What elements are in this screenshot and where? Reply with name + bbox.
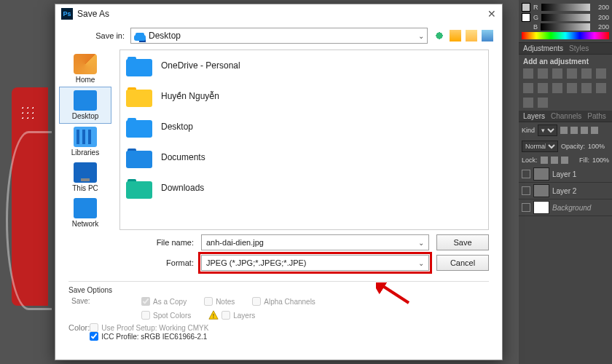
opacity-value[interactable]: 100% [588,143,605,150]
place-network[interactable]: Network [59,195,111,231]
adj-icon[interactable] [596,83,606,93]
tab-layers[interactable]: Layers [523,112,545,120]
adj-icon[interactable] [567,83,577,93]
chevron-down-icon: ⌄ [418,259,424,267]
layer-thumb [533,201,549,214]
folder-item[interactable]: Huyền Nguyễn [120,81,488,111]
background-swatch[interactable] [522,13,530,22]
as-copy-checkbox[interactable]: As a Copy [141,297,187,306]
folder-item[interactable]: Downloads [120,173,488,203]
filename-label: File name: [143,238,194,247]
filter-icon[interactable] [560,127,568,134]
g-slider[interactable] [541,14,590,21]
close-button[interactable]: ✕ [487,8,496,20]
alpha-checkbox: Alpha Channels [252,297,315,306]
adj-icon[interactable] [538,83,548,93]
kind-select[interactable]: ▾ [538,124,557,136]
chevron-down-icon: ⌄ [418,239,424,247]
chevron-down-icon: ⌄ [418,32,424,40]
filename-input[interactable]: anh-dai-dien.jpg ⌄ [201,234,429,250]
visibility-icon[interactable] [522,203,530,212]
tab-styles[interactable]: Styles [569,44,589,52]
place-icon [74,90,97,111]
folder-item[interactable]: OneDrive - Personal [120,50,488,81]
layer-name: Background [552,204,591,212]
visibility-icon[interactable] [522,186,530,195]
lock-icon[interactable] [551,157,558,164]
adj-icon[interactable] [552,68,562,79]
color-section-label: Color: [68,323,90,341]
warning-icon: ! [208,310,219,320]
g-value[interactable]: 200 [593,14,609,21]
layers-tabs[interactable]: Layers Channels Paths [519,111,612,122]
visibility-icon[interactable] [522,170,530,178]
savein-label: Save in: [85,31,125,40]
adj-icon[interactable] [538,98,548,108]
place-desktop[interactable]: Desktop [59,87,111,124]
adj-icon[interactable] [538,68,548,79]
color-panel: R 200 G 200 B 200 [519,0,612,43]
up-icon[interactable] [450,30,461,41]
adj-icon[interactable] [581,68,592,79]
save-button[interactable]: Save [436,234,489,250]
place-icon [74,198,97,218]
savein-dropdown[interactable]: Desktop ⌄ [130,28,428,44]
adj-icon[interactable] [523,98,533,108]
layer-thumb [533,167,549,181]
titlebar: Ps Save As ✕ [55,4,502,23]
adj-icon[interactable] [581,83,592,93]
layer-name: Layer 1 [552,170,576,178]
place-this-pc[interactable]: This PC [59,159,111,195]
cancel-button[interactable]: Cancel [436,255,489,271]
layer-name: Layer 2 [552,187,576,195]
layer-thumb [533,184,549,197]
adjustments-tabs[interactable]: Adjustments Styles [519,43,612,55]
lock-icon[interactable] [541,157,548,164]
layer-row[interactable]: Layer 1 [519,166,612,183]
savein-value: Desktop [149,31,181,41]
back-icon[interactable] [434,30,445,41]
adj-icon[interactable] [567,68,577,79]
adj-icon[interactable] [596,68,606,79]
hue-strip[interactable] [522,32,609,39]
format-dropdown[interactable]: JPEG (*.JPG;*.JPEG;*.JPE) ⌄ [201,255,429,271]
folder-name: Documents [161,152,205,162]
fill-label: Fill: [579,157,589,164]
folder-name: Desktop [161,122,193,132]
blend-mode-select[interactable]: Normal [522,141,558,152]
adj-icon[interactable] [552,83,562,93]
right-panels: R 200 G 200 B 200 Adjustments Styles Add… [519,0,612,364]
place-home[interactable]: Home [59,51,111,87]
adjustment-presets [523,68,608,108]
adj-icon[interactable] [523,68,533,79]
b-slider[interactable] [541,23,590,31]
adj-icon[interactable] [523,83,533,93]
view-menu-icon[interactable] [482,30,493,41]
filter-icon[interactable] [570,127,578,134]
new-folder-icon[interactable] [466,30,477,41]
folder-name: OneDrive - Personal [161,60,240,71]
place-label: Libraries [59,149,111,157]
save-section-label: Save: [68,297,141,320]
layer-row[interactable]: Background [519,199,612,216]
r-slider[interactable] [541,4,591,11]
layer-row[interactable]: Layer 2 [519,183,612,199]
file-list[interactable]: OneDrive - PersonalHuyền NguyễnDesktopDo… [119,50,489,230]
folder-name: Downloads [161,183,204,193]
tab-adjustments[interactable]: Adjustments [523,44,563,52]
lock-icon[interactable] [561,157,568,164]
folder-item[interactable]: Documents [120,142,488,173]
filter-icon[interactable] [581,127,588,134]
spot-checkbox: Spot Colors [141,310,191,320]
place-libraries[interactable]: Libraries [59,124,111,159]
b-value[interactable]: 200 [593,23,609,31]
tab-paths[interactable]: Paths [587,112,606,120]
r-value[interactable]: 200 [593,4,609,11]
tab-channels[interactable]: Channels [551,112,581,120]
filter-icon[interactable] [591,127,598,134]
folder-item[interactable]: Desktop [120,111,488,142]
fill-value[interactable]: 100% [592,157,609,164]
foreground-swatch[interactable] [522,3,530,12]
icc-checkbox[interactable]: ICC Profile: sRGB IEC61966-2.1 [90,332,208,341]
ps-app-icon: Ps [61,8,73,20]
